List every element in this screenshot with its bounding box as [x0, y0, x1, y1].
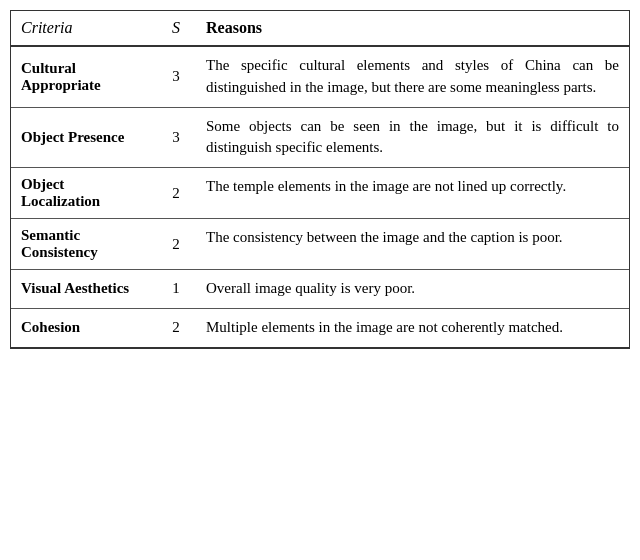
score-cell: 3 [156, 107, 196, 168]
table-row: Cohesion2Multiple elements in the image … [11, 308, 629, 347]
score-cell: 1 [156, 270, 196, 309]
score-cell: 2 [156, 168, 196, 219]
score-cell: 2 [156, 308, 196, 347]
reason-cell: The specific cultural elements and style… [196, 46, 629, 107]
reasons-header-label: Reasons [206, 19, 262, 36]
criteria-header-label: Criteria [21, 19, 73, 36]
reason-cell: Multiple elements in the image are not c… [196, 308, 629, 347]
score-cell: 2 [156, 219, 196, 270]
table-row: Semantic Consistency2The consistency bet… [11, 219, 629, 270]
criteria-cell: Cohesion [11, 308, 156, 347]
table-row: Object Presence3Some objects can be seen… [11, 107, 629, 168]
criteria-cell: Object Presence [11, 107, 156, 168]
header-reasons: Reasons [196, 11, 629, 46]
criteria-cell: Cultural Appropriate [11, 46, 156, 107]
reason-cell: The temple elements in the image are not… [196, 168, 629, 219]
criteria-cell: Semantic Consistency [11, 219, 156, 270]
header-criteria: Criteria [11, 11, 156, 46]
score-cell: 3 [156, 46, 196, 107]
criteria-cell: Visual Aesthetics [11, 270, 156, 309]
criteria-cell: Object Localization [11, 168, 156, 219]
reason-cell: The consistency between the image and th… [196, 219, 629, 270]
table-row: Object Localization2The temple elements … [11, 168, 629, 219]
reason-cell: Some objects can be seen in the image, b… [196, 107, 629, 168]
header-score: S [156, 11, 196, 46]
table-header-row: Criteria S Reasons [11, 11, 629, 46]
reason-cell: Overall image quality is very poor. [196, 270, 629, 309]
table-row: Visual Aesthetics1Overall image quality … [11, 270, 629, 309]
evaluation-table: Criteria S Reasons Cultural Appropriate3… [10, 10, 630, 349]
score-header-label: S [172, 19, 180, 36]
table-row: Cultural Appropriate3The specific cultur… [11, 46, 629, 107]
